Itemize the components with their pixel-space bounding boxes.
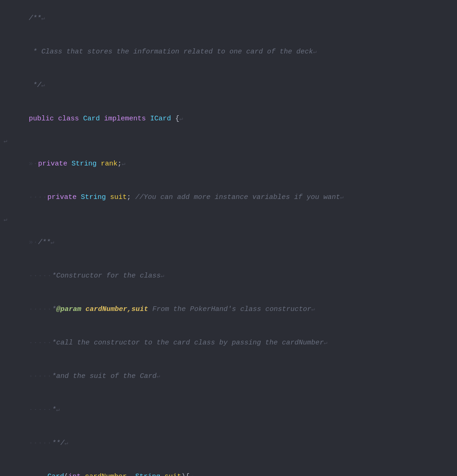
code-line: »·private String rank;↵ <box>0 147 457 181</box>
code-line: public class Card implements ICard {↵ <box>0 102 457 136</box>
code-line: ····private String suit; //You can add m… <box>0 181 457 214</box>
code-line: ····Card(int cardNumber, String suit){↵ <box>0 460 457 476</box>
code-line: /**↵ <box>0 2 457 35</box>
code-line: ·····**/↵ <box>0 427 457 460</box>
code-line: ·····*and the suit of the Card↵ <box>0 360 457 393</box>
code-line: ↵ <box>0 136 457 147</box>
code-editor[interactable]: /**↵ * Class that stores the information… <box>0 0 457 476</box>
code-line: ·····*call the constructor to the card c… <box>0 326 457 360</box>
code-line: ·····*Constructor for the class↵ <box>0 259 457 293</box>
code-line: ↵ <box>0 214 457 226</box>
code-line: */↵ <box>0 69 457 102</box>
code-line: ·····*@param cardNumber,suit From the Po… <box>0 293 457 326</box>
code-line: ·····*↵ <box>0 393 457 427</box>
code-line: * Class that stores the information rela… <box>0 35 457 69</box>
code-line: »·/**↵ <box>0 226 457 259</box>
